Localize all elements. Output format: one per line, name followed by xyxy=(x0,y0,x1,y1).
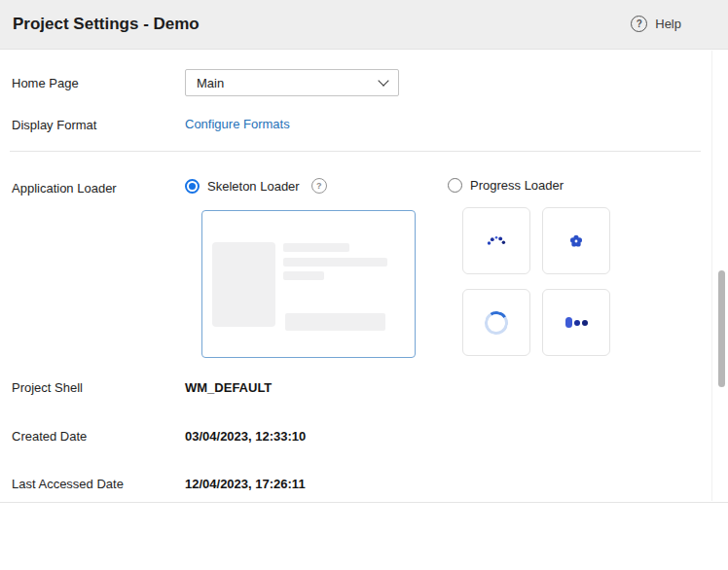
radio-unselected-icon xyxy=(448,178,462,193)
last-accessed-date-label: Last Accessed Date xyxy=(12,477,124,491)
chevron-down-icon xyxy=(378,75,388,86)
skeleton-loader-preview xyxy=(201,210,416,358)
skeleton-text-line xyxy=(283,271,324,280)
display-format-label: Display Format xyxy=(12,118,96,132)
skeleton-text-line xyxy=(283,258,387,267)
dots-arc-spinner-icon xyxy=(482,227,511,256)
project-shell-label: Project Shell xyxy=(12,380,83,395)
divider xyxy=(10,151,701,152)
radio-selected-icon xyxy=(185,179,200,194)
home-page-label: Home Page xyxy=(12,76,79,90)
configure-formats-link[interactable]: Configure Formats xyxy=(185,117,290,131)
progress-loader-option-flower[interactable] xyxy=(542,207,610,274)
created-date-label: Created Date xyxy=(12,429,87,444)
home-page-select[interactable]: Main xyxy=(185,69,399,96)
dots-row-spinner-icon xyxy=(565,317,588,328)
application-loader-label: Application Loader xyxy=(12,181,117,196)
progress-loader-option-dots-row[interactable] xyxy=(542,289,610,356)
skeleton-loader-help-icon[interactable]: ? xyxy=(311,178,327,194)
skeleton-loader-radio[interactable]: Skeleton Loader ? xyxy=(185,178,327,194)
help-button[interactable]: ? Help xyxy=(631,16,681,32)
skeleton-text-line xyxy=(283,243,349,252)
progress-loader-option-dots-arc[interactable] xyxy=(462,207,530,274)
ring-spinner-icon xyxy=(483,308,510,336)
help-label: Help xyxy=(655,17,681,31)
dialog-header: Project Settings - Demo ? Help xyxy=(0,0,728,50)
skeleton-loader-radio-label: Skeleton Loader xyxy=(207,179,300,194)
home-page-selected-value: Main xyxy=(197,76,224,90)
skeleton-block-placeholder xyxy=(285,313,385,331)
scrollbar-thumb[interactable] xyxy=(718,270,725,387)
skeleton-image-placeholder xyxy=(212,242,275,327)
flower-spinner-icon xyxy=(568,233,584,249)
progress-loader-radio-label: Progress Loader xyxy=(470,178,564,193)
last-accessed-date-value: 12/04/2023, 17:26:11 xyxy=(185,477,306,491)
project-shell-value: WM_DEFAULT xyxy=(185,380,272,395)
help-icon: ? xyxy=(631,16,647,32)
created-date-value: 03/04/2023, 12:33:10 xyxy=(185,429,306,444)
progress-loader-option-ring[interactable] xyxy=(462,289,530,356)
project-settings-dialog: Project Settings - Demo ? Help Home Page… xyxy=(0,0,728,570)
dialog-footer: Cancel Save xyxy=(0,502,728,570)
progress-loader-radio[interactable]: Progress Loader xyxy=(448,178,564,193)
page-title: Project Settings - Demo xyxy=(13,15,200,34)
